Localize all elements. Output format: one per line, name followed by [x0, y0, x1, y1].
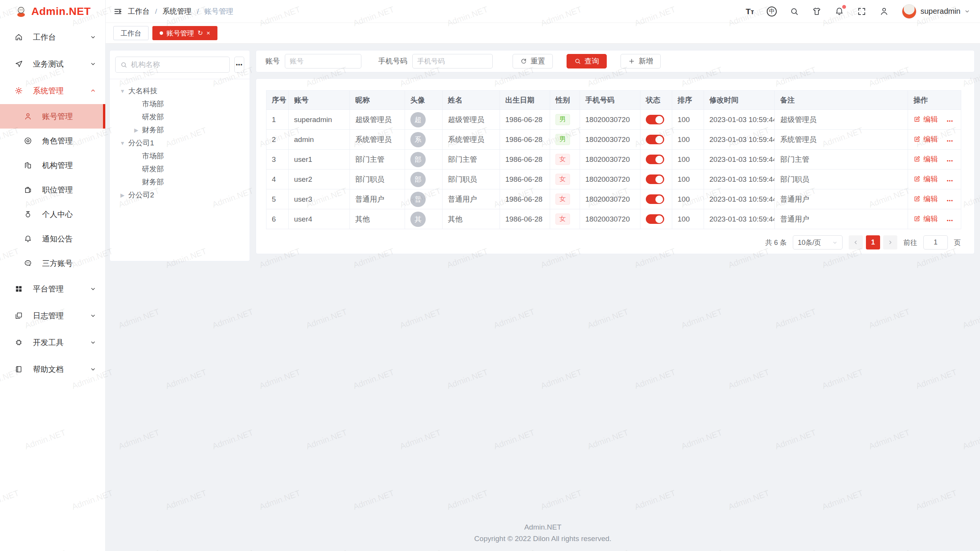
cell-account: admin [289, 130, 350, 150]
reset-button[interactable]: 重置 [513, 54, 553, 68]
breadcrumb-item[interactable]: 系统管理 [162, 7, 191, 16]
edit-button[interactable]: 编辑 [913, 114, 938, 124]
sidebar-item-role-management[interactable]: 角色管理 [0, 129, 105, 153]
collapse-menu-icon[interactable] [113, 7, 122, 16]
user-icon [24, 112, 32, 121]
more-actions-button[interactable]: ••• [947, 118, 953, 124]
role-icon [24, 137, 32, 145]
edit-button[interactable]: 编辑 [913, 214, 938, 224]
cell-name: 系统管理员 [443, 130, 500, 150]
chevron-down-icon [90, 61, 96, 67]
caret-down-icon[interactable]: ▼ [117, 88, 128, 94]
more-actions-button[interactable]: ••• [947, 198, 953, 204]
sidebar-item-org-management[interactable]: 机构管理 [0, 153, 105, 178]
cell-modified-time: 2023-01-03 10:59:44 [704, 150, 775, 170]
more-actions-button[interactable]: ••• [947, 138, 953, 144]
cell-modified-time: 2023-01-03 10:59:44 [704, 189, 775, 209]
tree-node[interactable]: 研发部 [112, 111, 247, 124]
chevron-left-icon [853, 240, 859, 245]
edit-button[interactable]: 编辑 [913, 154, 938, 164]
cell-nickname: 其他 [350, 209, 405, 229]
phone-filter-input[interactable] [412, 54, 493, 68]
tree-node[interactable]: 市场部 [112, 98, 247, 111]
header-actions: Tт 中 superadmin [746, 4, 970, 19]
sidebar-item-system-management[interactable]: 系统管理 [0, 77, 105, 104]
content-area: ••• ▼大名科技 市场部 研发部 ▶财务部 ▼分公司1 市场部 研发部 财务部… [106, 44, 980, 551]
caret-down-icon[interactable]: ▼ [117, 140, 128, 146]
page-size-select[interactable]: 10条/页 [793, 235, 843, 249]
sidebar-item-business-test[interactable]: 业务测试 [0, 51, 105, 77]
search-button[interactable]: 查询 [567, 54, 607, 68]
table-body: 1 superadmin 超级管理员 超 超级管理员 1986-06-28 男 … [266, 110, 961, 229]
tab-account-management[interactable]: 账号管理 ↻ × [152, 26, 217, 40]
more-actions-button[interactable]: ••• [947, 158, 953, 164]
status-toggle[interactable] [646, 155, 664, 164]
chevron-right-icon [887, 240, 893, 245]
status-toggle[interactable] [646, 174, 664, 184]
tree-node[interactable]: 市场部 [112, 150, 247, 163]
tree-node[interactable]: ▼分公司1 [112, 137, 247, 150]
caret-right-icon[interactable]: ▶ [131, 127, 142, 133]
active-tab-dot-icon [160, 31, 163, 35]
tree-node[interactable]: 研发部 [112, 163, 247, 176]
breadcrumb-item[interactable]: 工作台 [128, 7, 150, 16]
home-icon [15, 33, 23, 41]
tree-node[interactable]: ▶分公司2 [112, 189, 247, 202]
search-icon[interactable] [790, 7, 799, 16]
sidebar-item-platform-management[interactable]: 平台管理 [0, 276, 105, 302]
cell-status [640, 130, 672, 150]
sidebar-item-log-management[interactable]: 日志管理 [0, 302, 105, 329]
status-toggle[interactable] [646, 214, 664, 224]
sidebar-item-thirdparty-account[interactable]: 三方账号 [0, 251, 105, 276]
cell-modified-time: 2023-01-03 10:59:44 [704, 209, 775, 229]
sidebar-item-help-docs[interactable]: 帮助文档 [0, 356, 105, 383]
sidebar-item-workbench[interactable]: 工作台 [0, 24, 105, 51]
status-toggle[interactable] [646, 115, 664, 124]
status-toggle[interactable] [646, 194, 664, 204]
chevron-down-icon [90, 339, 96, 346]
fullscreen-icon[interactable] [857, 7, 866, 16]
org-search-input[interactable] [131, 60, 225, 69]
account-filter-input[interactable] [285, 54, 361, 68]
tab-workbench[interactable]: 工作台 [113, 26, 149, 40]
goto-page-input[interactable] [923, 235, 948, 249]
caret-right-icon[interactable]: ▶ [117, 192, 128, 198]
tree-more-button[interactable]: ••• [234, 57, 244, 73]
tree-node[interactable]: 财务部 [112, 176, 247, 189]
sidebar-item-dev-tools[interactable]: 开发工具 [0, 329, 105, 356]
add-button[interactable]: 新增 [621, 54, 661, 68]
tab-close-icon[interactable]: × [206, 29, 210, 37]
logo[interactable]: Admin.NET [0, 0, 105, 23]
gender-tag: 女 [555, 154, 570, 165]
cell-remark: 部门主管 [775, 150, 908, 170]
sidebar-item-personal-center[interactable]: 个人中心 [0, 202, 105, 227]
sidebar-item-notice[interactable]: 通知公告 [0, 227, 105, 251]
user-icon[interactable] [879, 7, 889, 16]
theme-icon[interactable] [812, 7, 822, 16]
username: superadmin [920, 7, 960, 16]
tab-refresh-icon[interactable]: ↻ [198, 29, 203, 37]
more-actions-button[interactable]: ••• [947, 218, 953, 223]
language-icon[interactable]: 中 [767, 7, 777, 16]
cell-avatar: 超 [405, 110, 443, 130]
cell-avatar: 系 [405, 130, 443, 150]
users-table: 序号 账号 昵称 头像 姓名 出生日期 性别 手机号码 状态 排序 修改时间 备… [266, 90, 961, 229]
edit-button[interactable]: 编辑 [913, 194, 938, 204]
font-size-icon[interactable]: Tт [746, 7, 754, 16]
prev-page-button[interactable] [849, 235, 863, 249]
user-menu[interactable]: superadmin [902, 4, 970, 19]
sidebar-item-account-management[interactable]: 账号管理 [0, 104, 105, 129]
status-toggle[interactable] [646, 135, 664, 144]
edit-button[interactable]: 编辑 [913, 134, 938, 144]
page-number-current[interactable]: 1 [866, 235, 880, 249]
sidebar-item-position-management[interactable]: 职位管理 [0, 178, 105, 202]
tree-node[interactable]: ▶财务部 [112, 124, 247, 137]
more-actions-button[interactable]: ••• [947, 178, 953, 184]
main-area: 工作台 / 系统管理 / 账号管理 Tт 中 superadmin [106, 0, 980, 551]
next-page-button[interactable] [883, 235, 897, 249]
refresh-icon [520, 58, 527, 65]
tree-node[interactable]: ▼大名科技 [112, 85, 247, 98]
edit-button[interactable]: 编辑 [913, 174, 938, 184]
user-avatar [902, 4, 916, 19]
notification-bell-icon[interactable] [835, 7, 844, 16]
